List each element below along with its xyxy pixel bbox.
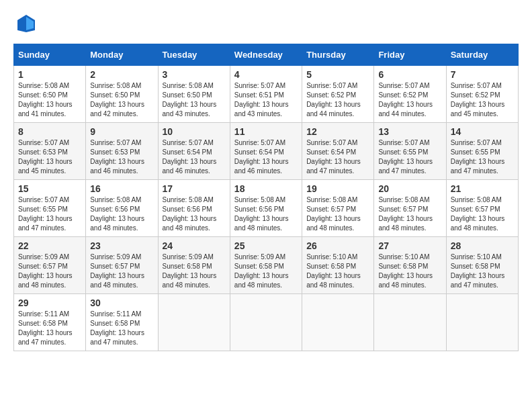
logo-icon bbox=[16, 13, 36, 34]
day-number: 24 bbox=[163, 240, 226, 251]
day-number: 23 bbox=[90, 240, 153, 251]
day-info: Sunrise: 5:07 AM Sunset: 6:55 PM Dayligh… bbox=[451, 138, 514, 176]
day-info: Sunrise: 5:08 AM Sunset: 6:50 PM Dayligh… bbox=[18, 81, 81, 119]
calendar-week-4: 22 Sunrise: 5:09 AM Sunset: 6:57 PM Dayl… bbox=[14, 237, 519, 294]
calendar-cell bbox=[446, 294, 518, 351]
day-info: Sunrise: 5:10 AM Sunset: 6:58 PM Dayligh… bbox=[451, 253, 514, 290]
calendar-cell: 11 Sunrise: 5:07 AM Sunset: 6:54 PM Dayl… bbox=[230, 123, 302, 180]
day-number: 28 bbox=[451, 240, 514, 251]
calendar-cell: 20 Sunrise: 5:08 AM Sunset: 6:57 PM Dayl… bbox=[374, 180, 446, 237]
calendar-cell bbox=[302, 294, 374, 351]
day-info: Sunrise: 5:08 AM Sunset: 6:57 PM Dayligh… bbox=[306, 195, 369, 233]
day-number: 13 bbox=[378, 126, 441, 137]
day-info: Sunrise: 5:07 AM Sunset: 6:54 PM Dayligh… bbox=[163, 138, 226, 176]
day-info: Sunrise: 5:10 AM Sunset: 6:58 PM Dayligh… bbox=[306, 253, 369, 290]
logo bbox=[13, 13, 34, 37]
day-number: 11 bbox=[234, 126, 298, 137]
calendar-cell: 14 Sunrise: 5:07 AM Sunset: 6:55 PM Dayl… bbox=[446, 123, 518, 180]
calendar-cell: 19 Sunrise: 5:08 AM Sunset: 6:57 PM Dayl… bbox=[302, 180, 374, 237]
day-number: 27 bbox=[378, 240, 441, 251]
calendar-cell: 30 Sunrise: 5:11 AM Sunset: 6:58 PM Dayl… bbox=[86, 294, 158, 351]
calendar-cell: 10 Sunrise: 5:07 AM Sunset: 6:54 PM Dayl… bbox=[158, 123, 230, 180]
calendar-cell: 12 Sunrise: 5:07 AM Sunset: 6:54 PM Dayl… bbox=[302, 123, 374, 180]
day-info: Sunrise: 5:09 AM Sunset: 6:57 PM Dayligh… bbox=[90, 253, 153, 290]
day-number: 10 bbox=[163, 126, 226, 137]
day-info: Sunrise: 5:10 AM Sunset: 6:58 PM Dayligh… bbox=[378, 253, 441, 290]
day-info: Sunrise: 5:07 AM Sunset: 6:52 PM Dayligh… bbox=[378, 81, 441, 119]
day-number: 15 bbox=[18, 183, 81, 194]
day-number: 22 bbox=[18, 240, 81, 251]
calendar-cell: 26 Sunrise: 5:10 AM Sunset: 6:58 PM Dayl… bbox=[302, 237, 374, 294]
day-number: 12 bbox=[306, 126, 369, 137]
calendar-cell: 7 Sunrise: 5:07 AM Sunset: 6:52 PM Dayli… bbox=[446, 66, 518, 123]
day-info: Sunrise: 5:08 AM Sunset: 6:50 PM Dayligh… bbox=[163, 81, 226, 119]
header-wednesday: Wednesday bbox=[230, 44, 302, 66]
calendar-cell: 18 Sunrise: 5:08 AM Sunset: 6:56 PM Dayl… bbox=[230, 180, 302, 237]
day-info: Sunrise: 5:08 AM Sunset: 6:56 PM Dayligh… bbox=[90, 195, 153, 233]
calendar-cell: 21 Sunrise: 5:08 AM Sunset: 6:57 PM Dayl… bbox=[446, 180, 518, 237]
calendar-cell: 22 Sunrise: 5:09 AM Sunset: 6:57 PM Dayl… bbox=[14, 237, 86, 294]
day-number: 20 bbox=[378, 183, 441, 194]
calendar-week-5: 29 Sunrise: 5:11 AM Sunset: 6:58 PM Dayl… bbox=[14, 294, 519, 351]
calendar-cell: 25 Sunrise: 5:09 AM Sunset: 6:58 PM Dayl… bbox=[230, 237, 302, 294]
day-number: 18 bbox=[234, 183, 298, 194]
day-info: Sunrise: 5:07 AM Sunset: 6:54 PM Dayligh… bbox=[234, 138, 298, 176]
header-friday: Friday bbox=[374, 44, 446, 66]
calendar-cell: 24 Sunrise: 5:09 AM Sunset: 6:58 PM Dayl… bbox=[158, 237, 230, 294]
calendar-cell bbox=[374, 294, 446, 351]
day-number: 14 bbox=[451, 126, 514, 137]
calendar-cell: 27 Sunrise: 5:10 AM Sunset: 6:58 PM Dayl… bbox=[374, 237, 446, 294]
header-monday: Monday bbox=[86, 44, 158, 66]
day-info: Sunrise: 5:07 AM Sunset: 6:51 PM Dayligh… bbox=[234, 81, 298, 119]
day-number: 4 bbox=[234, 69, 298, 80]
calendar-cell: 6 Sunrise: 5:07 AM Sunset: 6:52 PM Dayli… bbox=[374, 66, 446, 123]
day-info: Sunrise: 5:09 AM Sunset: 6:58 PM Dayligh… bbox=[163, 253, 226, 290]
day-number: 16 bbox=[90, 183, 153, 194]
calendar-cell: 5 Sunrise: 5:07 AM Sunset: 6:52 PM Dayli… bbox=[302, 66, 374, 123]
calendar-week-3: 15 Sunrise: 5:07 AM Sunset: 6:55 PM Dayl… bbox=[14, 180, 519, 237]
day-info: Sunrise: 5:08 AM Sunset: 6:57 PM Dayligh… bbox=[451, 195, 514, 233]
day-info: Sunrise: 5:11 AM Sunset: 6:58 PM Dayligh… bbox=[18, 310, 81, 347]
calendar-cell: 28 Sunrise: 5:10 AM Sunset: 6:58 PM Dayl… bbox=[446, 237, 518, 294]
day-info: Sunrise: 5:07 AM Sunset: 6:55 PM Dayligh… bbox=[378, 138, 441, 176]
day-info: Sunrise: 5:11 AM Sunset: 6:58 PM Dayligh… bbox=[90, 310, 153, 347]
calendar-table: SundayMondayTuesdayWednesdayThursdayFrid… bbox=[13, 44, 519, 351]
day-number: 5 bbox=[306, 69, 369, 80]
day-number: 7 bbox=[451, 69, 514, 80]
calendar-cell: 16 Sunrise: 5:08 AM Sunset: 6:56 PM Dayl… bbox=[86, 180, 158, 237]
calendar-cell: 15 Sunrise: 5:07 AM Sunset: 6:55 PM Dayl… bbox=[14, 180, 86, 237]
day-info: Sunrise: 5:07 AM Sunset: 6:52 PM Dayligh… bbox=[306, 81, 369, 119]
day-number: 30 bbox=[90, 298, 153, 308]
day-number: 26 bbox=[306, 240, 369, 251]
day-info: Sunrise: 5:09 AM Sunset: 6:58 PM Dayligh… bbox=[234, 253, 298, 290]
day-number: 1 bbox=[18, 69, 81, 80]
calendar-cell: 1 Sunrise: 5:08 AM Sunset: 6:50 PM Dayli… bbox=[14, 66, 86, 123]
header-thursday: Thursday bbox=[302, 44, 374, 66]
day-number: 9 bbox=[90, 126, 153, 137]
calendar-cell: 8 Sunrise: 5:07 AM Sunset: 6:53 PM Dayli… bbox=[14, 123, 86, 180]
day-info: Sunrise: 5:07 AM Sunset: 6:53 PM Dayligh… bbox=[90, 138, 153, 176]
day-info: Sunrise: 5:08 AM Sunset: 6:57 PM Dayligh… bbox=[378, 195, 441, 233]
day-info: Sunrise: 5:07 AM Sunset: 6:54 PM Dayligh… bbox=[306, 138, 369, 176]
day-number: 2 bbox=[90, 69, 153, 80]
day-info: Sunrise: 5:08 AM Sunset: 6:56 PM Dayligh… bbox=[234, 195, 298, 233]
calendar-week-2: 8 Sunrise: 5:07 AM Sunset: 6:53 PM Dayli… bbox=[14, 123, 519, 180]
day-number: 8 bbox=[18, 126, 81, 137]
calendar-cell: 4 Sunrise: 5:07 AM Sunset: 6:51 PM Dayli… bbox=[230, 66, 302, 123]
day-number: 21 bbox=[451, 183, 514, 194]
day-info: Sunrise: 5:08 AM Sunset: 6:50 PM Dayligh… bbox=[90, 81, 153, 119]
day-number: 17 bbox=[163, 183, 226, 194]
header bbox=[13, 13, 519, 37]
calendar-cell: 2 Sunrise: 5:08 AM Sunset: 6:50 PM Dayli… bbox=[86, 66, 158, 123]
calendar-cell: 13 Sunrise: 5:07 AM Sunset: 6:55 PM Dayl… bbox=[374, 123, 446, 180]
calendar-header-row: SundayMondayTuesdayWednesdayThursdayFrid… bbox=[14, 44, 519, 66]
day-info: Sunrise: 5:07 AM Sunset: 6:55 PM Dayligh… bbox=[18, 195, 81, 233]
calendar-cell bbox=[158, 294, 230, 351]
header-sunday: Sunday bbox=[14, 44, 86, 66]
calendar-cell: 9 Sunrise: 5:07 AM Sunset: 6:53 PM Dayli… bbox=[86, 123, 158, 180]
day-number: 3 bbox=[163, 69, 226, 80]
calendar-week-1: 1 Sunrise: 5:08 AM Sunset: 6:50 PM Dayli… bbox=[14, 66, 519, 123]
calendar-cell: 3 Sunrise: 5:08 AM Sunset: 6:50 PM Dayli… bbox=[158, 66, 230, 123]
header-saturday: Saturday bbox=[446, 44, 518, 66]
calendar-cell: 17 Sunrise: 5:08 AM Sunset: 6:56 PM Dayl… bbox=[158, 180, 230, 237]
